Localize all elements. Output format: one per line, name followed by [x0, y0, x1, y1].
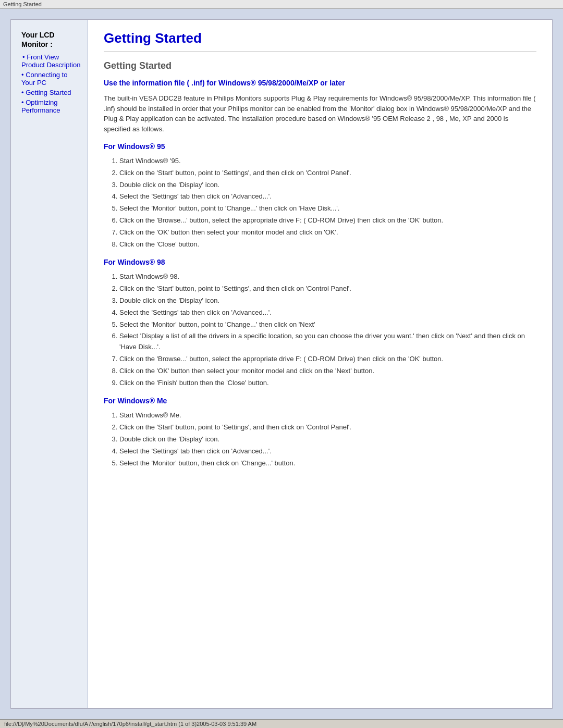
windows95-steps: Start Windows® '95. Click on the 'Start'… [119, 156, 536, 250]
list-item: Start Windows® 98. [119, 272, 536, 282]
title-bar-text: Getting Started [3, 1, 42, 7]
list-item: Start Windows® Me. [119, 410, 536, 421]
list-item: Click on the 'Browse...' button, select … [119, 215, 536, 226]
status-bar: file:///D|/My%20Documents/dfu/A7/english… [0, 719, 563, 728]
list-item: Double click on the 'Display' icon. [119, 295, 536, 306]
list-item: Click on the 'Close' button. [119, 239, 536, 250]
sidebar-item-getting-started[interactable]: • Getting Started [21, 89, 82, 96]
list-item: Select the 'Monitor' button, point to 'C… [119, 319, 536, 330]
list-item: Click on the 'OK' button then select you… [119, 227, 536, 238]
list-item: Click on the 'Start' button, point to 'S… [119, 283, 536, 294]
subtitle: Use the information file ( .inf) for Win… [104, 79, 536, 87]
windowsme-heading: For Windows® Me [104, 397, 536, 405]
main-content: Getting Started Getting Started Use the … [88, 20, 552, 708]
list-item: Start Windows® '95. [119, 156, 536, 167]
list-item: Select the 'Settings' tab then click on … [119, 446, 536, 457]
sidebar: Your LCDMonitor : • Front View Product D… [11, 20, 88, 708]
sidebar-title: Your LCDMonitor : [21, 30, 82, 49]
list-item: Select 'Display a list of all the driver… [119, 331, 536, 353]
list-item: Click on the 'Start' button, point to 'S… [119, 168, 536, 179]
list-item: Select the 'Monitor' button, point to 'C… [119, 203, 536, 214]
list-item: Click on the 'Finish' button then the 'C… [119, 378, 536, 389]
windows95-heading: For Windows® 95 [104, 142, 536, 151]
sidebar-item-optimizing[interactable]: • Optimizing Performance [21, 98, 82, 114]
list-item: Click on the 'OK' button then select you… [119, 366, 536, 377]
section-title: Getting Started [104, 60, 536, 71]
list-item: Select the 'Settings' tab then click on … [119, 191, 536, 202]
page-title: Getting Started [104, 30, 536, 46]
list-item: Click on the 'Browse...' button, select … [119, 354, 536, 365]
sidebar-item-connecting[interactable]: • Connecting to Your PC [21, 71, 82, 87]
status-bar-text: file:///D|/My%20Documents/dfu/A7/english… [4, 721, 256, 727]
list-item: Double click on the 'Display' icon. [119, 434, 536, 445]
list-item: Select the 'Settings' tab then click on … [119, 307, 536, 318]
list-item: Select the 'Monitor' button, then click … [119, 458, 536, 469]
title-bar: Getting Started [0, 0, 563, 9]
divider [104, 52, 536, 52]
list-item: Double click on the 'Display' icon. [119, 180, 536, 191]
sidebar-item-front-view[interactable]: • Front View Product Description [21, 53, 82, 69]
windowsme-steps: Start Windows® Me. Click on the 'Start' … [119, 410, 536, 468]
list-item: Click on the 'Start' button, point to 'S… [119, 422, 536, 433]
windows98-steps: Start Windows® 98. Click on the 'Start' … [119, 272, 536, 388]
sidebar-nav: • Front View Product Description • Conne… [21, 53, 82, 114]
intro-paragraph: The built-in VESA DDC2B feature in Phili… [104, 93, 536, 134]
windows98-heading: For Windows® 98 [104, 258, 536, 266]
